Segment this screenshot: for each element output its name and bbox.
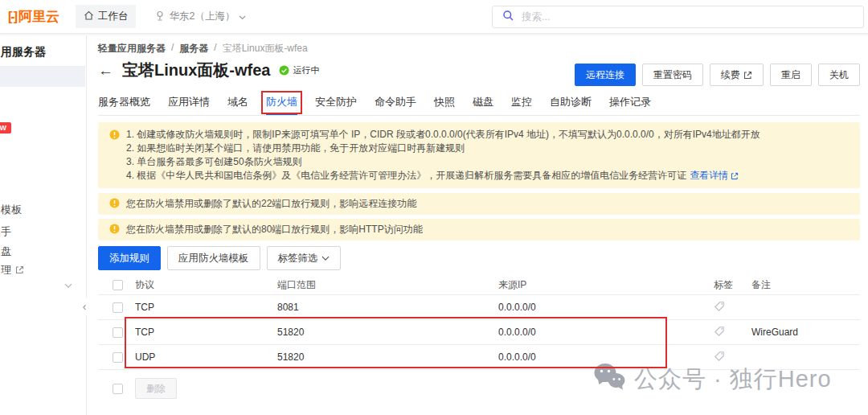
footer-select-checkbox[interactable] [113, 384, 123, 394]
breadcrumb: 轻量应用服务器 / 服务器 / 宝塔Linux面板-wfea [98, 42, 308, 55]
button-label: 续费 [721, 68, 740, 82]
tab-snapshot[interactable]: 快照 [434, 95, 455, 115]
sidebar-item-label: 盘 [1, 244, 11, 259]
search-input[interactable] [522, 11, 863, 23]
port80-warning-notice: 您在防火墙禁用或删除了默认的80端口放行规则，影响HTTP访问功能 [98, 219, 860, 240]
tab-operation-log[interactable]: 操作记录 [609, 95, 651, 115]
watermark-text: 公众号 · 独行Hero [634, 364, 832, 396]
back-arrow[interactable]: ← [98, 63, 113, 78]
renew-button[interactable]: 续费 [710, 64, 764, 86]
view-details-link[interactable]: 查看详情 [690, 169, 739, 183]
tab-domain[interactable]: 域名 [227, 95, 248, 115]
chevron-down-icon [64, 283, 72, 289]
notice-line: 2. 如果想临时关闭某个端口，请使用禁用功能，免于开放对应端口时再新建规则 [126, 142, 760, 155]
column-header-source-ip: 来源IP [498, 278, 714, 292]
firewall-rules-notice: 1. 创建或修改防火墙规则时，限制IP来源可填写单个 IP，CIDR 段或者0.… [98, 122, 860, 188]
region-label: 华东2（上海） [169, 10, 235, 23]
tab-app-details[interactable]: 应用详情 [168, 95, 210, 115]
external-link-icon [743, 71, 752, 80]
sidebar-item-assistant[interactable]: 手 [1, 224, 11, 239]
firewall-rules-table: 协议 端口范围 来源IP 标签 备注 TCP 8081 0.0.0.0/0 TC… [98, 275, 860, 370]
button-label: 应用防火墙模板 [178, 252, 249, 265]
button-label: 重置密码 [653, 68, 692, 82]
wechat-icon [592, 362, 626, 397]
table-row: TCP 8081 0.0.0.0/0 [98, 295, 860, 320]
reset-password-button[interactable]: 重置密码 [642, 64, 703, 86]
cell-port-range: 51820 [277, 327, 498, 338]
table-header-row: 协议 端口范围 来源IP 标签 备注 [98, 275, 860, 295]
tag-icon[interactable] [714, 326, 751, 339]
table-footer: 删除 [113, 378, 177, 399]
shutdown-button[interactable]: 关机 [818, 64, 860, 86]
cell-protocol: TCP [135, 327, 277, 338]
button-label: 重启 [781, 68, 800, 82]
cell-port-range: 51820 [277, 351, 498, 363]
tab-server-overview[interactable]: 服务器概览 [98, 95, 150, 115]
notice-line-text: 4. 根据《中华人民共和国电信条例》及《电信业务经营许可管理办法》，开展递归解析… [126, 170, 686, 181]
tab-monitor[interactable]: 监控 [511, 95, 532, 115]
tab-self-diagnosis[interactable]: 自助诊断 [550, 95, 592, 115]
external-link-icon [15, 265, 24, 277]
cell-source-ip: 0.0.0.0/0 [498, 302, 714, 313]
warning-icon [109, 198, 120, 211]
button-label: 关机 [829, 68, 849, 82]
sidebar-item-label: 模板 [1, 203, 22, 217]
warning-icon [109, 129, 120, 142]
sidebar-collapse-toggle[interactable]: ‹ [79, 298, 90, 315]
aliyun-logo[interactable]: [-] 阿里云 [8, 7, 59, 26]
home-icon [84, 10, 94, 23]
column-header-port-range: 端口范围 [277, 278, 498, 292]
port22-warning-notice: 您在防火墙禁用或删除了默认的22端口放行规则，影响远程连接功能 [98, 193, 860, 215]
add-rule-button[interactable]: 添加规则 [98, 246, 161, 270]
tab-firewall[interactable]: 防火墙 [266, 95, 297, 115]
chevron-down-icon [321, 256, 330, 261]
tag-icon[interactable] [714, 301, 751, 314]
sidebar: 用服务器 NEW 模板 手 盘 理 [0, 34, 87, 415]
breadcrumb-separator: / [171, 42, 174, 55]
breadcrumb-current: 宝塔Linux面板-wfea [223, 42, 308, 55]
aliyun-logo-name: 阿里云 [18, 7, 59, 26]
sidebar-item-disk[interactable]: 盘 [1, 244, 11, 259]
breadcrumb-link[interactable]: 轻量应用服务器 [98, 42, 166, 55]
sidebar-item-selected[interactable] [0, 66, 85, 87]
delete-button[interactable]: 删除 [135, 378, 177, 399]
button-label: 远程连接 [586, 68, 624, 82]
global-search [492, 6, 864, 28]
cell-source-ip: 0.0.0.0/0 [498, 351, 714, 363]
page-title: 宝塔Linux面板-wfea [122, 60, 270, 81]
table-row: TCP 51820 0.0.0.0/0 WireGuard [98, 320, 860, 345]
cell-protocol: TCP [135, 302, 277, 313]
row-checkbox[interactable] [113, 352, 123, 363]
sidebar-collapse-group[interactable] [64, 283, 72, 289]
tab-security[interactable]: 安全防护 [315, 95, 357, 115]
tab-disk[interactable]: 磁盘 [473, 95, 493, 115]
column-header-tag: 标签 [714, 278, 751, 292]
remote-connect-button[interactable]: 远程连接 [575, 64, 636, 86]
tag-filter-dropdown[interactable]: 标签筛选 [267, 246, 341, 270]
column-header-remark: 备注 [751, 278, 860, 292]
location-icon [155, 10, 165, 23]
cell-remark: WireGuard [751, 327, 860, 338]
tab-command-assistant[interactable]: 命令助手 [375, 95, 416, 115]
notice-line: 1. 创建或修改防火墙规则时，限制IP来源可填写单个 IP，CIDR 段或者0.… [126, 128, 760, 142]
notice-line: 4. 根据《中华人民共和国电信条例》及《电信业务经营许可管理办法》，开展递归解析… [126, 169, 760, 183]
chevron-down-icon [239, 11, 246, 23]
notice-text: 您在防火墙禁用或删除了默认的80端口放行规则，影响HTTP访问功能 [126, 223, 423, 236]
breadcrumb-link[interactable]: 服务器 [179, 42, 208, 55]
new-badge: NEW [0, 122, 11, 134]
sidebar-item-management[interactable]: 理 [1, 263, 24, 277]
workbench-button[interactable]: 工作台 [76, 5, 137, 28]
tab-bar: 服务器概览 应用详情 域名 防火墙 安全防护 命令助手 快照 磁盘 监控 自助诊… [98, 95, 860, 116]
restart-button[interactable]: 重启 [770, 64, 812, 86]
sidebar-item-label: 手 [1, 224, 11, 239]
apply-firewall-template-button[interactable]: 应用防火墙模板 [167, 246, 260, 270]
warning-icon [109, 224, 120, 236]
select-all-checkbox[interactable] [113, 280, 123, 290]
row-checkbox[interactable] [113, 302, 123, 313]
row-checkbox[interactable] [113, 327, 123, 338]
button-label: 标签筛选 [278, 252, 318, 265]
sidebar-item-template[interactable]: 模板 [1, 203, 22, 217]
status-badge: 运行中 [279, 64, 319, 76]
region-selector[interactable]: 华东2（上海） [155, 10, 246, 23]
running-status-icon [279, 65, 289, 76]
